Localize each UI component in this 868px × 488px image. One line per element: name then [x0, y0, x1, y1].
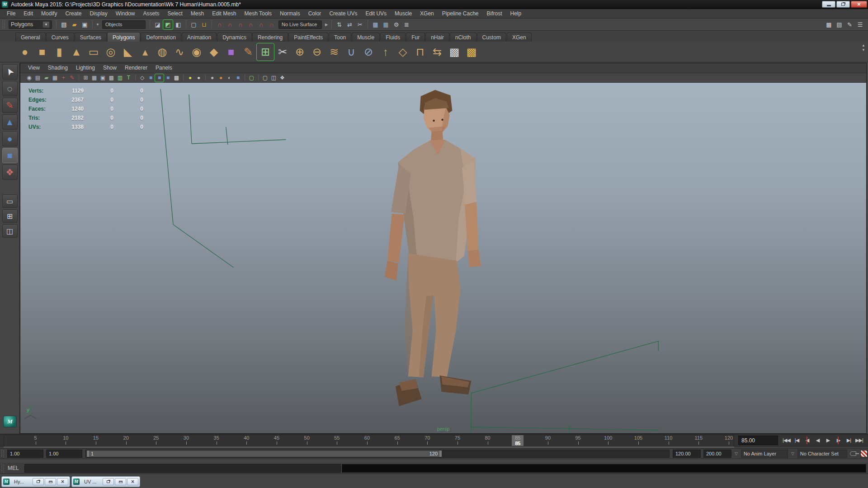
- shadows-icon[interactable]: ●: [208, 74, 217, 82]
- collapse-arrow-icon[interactable]: ▼: [95, 23, 100, 27]
- character-set-dropdown[interactable]: No Character Set: [797, 450, 847, 458]
- select-objects-icon[interactable]: ◩: [163, 20, 173, 29]
- poly-platonic-icon[interactable]: ◆: [205, 43, 222, 61]
- menu-item[interactable]: Edit: [19, 9, 37, 19]
- snap-curve-icon[interactable]: ∩: [225, 20, 235, 29]
- shelf-tab[interactable]: XGen: [507, 33, 532, 42]
- poly-soccer-ball-icon[interactable]: ◉: [188, 43, 205, 61]
- extrude-icon[interactable]: ↑: [377, 43, 394, 61]
- close-button[interactable]: ×: [57, 478, 68, 485]
- menu-item[interactable]: XGen: [416, 9, 438, 19]
- move-tool[interactable]: ▲: [2, 114, 18, 130]
- menu-item[interactable]: File: [3, 9, 19, 19]
- menu-item[interactable]: Window: [112, 9, 139, 19]
- menu-item[interactable]: Color: [304, 9, 326, 19]
- menu-item[interactable]: Modify: [37, 9, 61, 19]
- shelf-scroll-arrows[interactable]: ▲ ▼: [861, 43, 866, 52]
- render-view-icon[interactable]: ▦: [371, 20, 380, 29]
- play-forwards-button[interactable]: ▶: [823, 435, 833, 446]
- sculpt-geometry-icon[interactable]: ✎: [240, 43, 257, 61]
- selection-mask-field[interactable]: Objects: [102, 20, 146, 29]
- highlight-selection-icon[interactable]: ▢: [189, 20, 198, 29]
- menu-item[interactable]: Create: [61, 9, 85, 19]
- save-scene-icon[interactable]: ▣: [80, 20, 90, 29]
- shelf-tab[interactable]: Polygons: [107, 32, 140, 42]
- poly-cone-icon[interactable]: ▲: [68, 43, 85, 61]
- menu-item[interactable]: Help: [506, 9, 526, 19]
- field-chart-icon[interactable]: ▥: [116, 74, 124, 82]
- grease-pencil-icon[interactable]: ✎: [68, 74, 76, 82]
- minimized-window[interactable]: M UV ... ×: [71, 476, 140, 487]
- boolean-difference-icon[interactable]: ⊘: [360, 43, 377, 61]
- bridge-icon[interactable]: ⊓: [411, 43, 429, 61]
- xray-icon[interactable]: ▢: [261, 74, 269, 82]
- shelf-tab[interactable]: Dynamics: [217, 33, 252, 42]
- uv-checker-icon[interactable]: ▩: [446, 43, 463, 61]
- last-tool[interactable]: ❖: [2, 164, 18, 180]
- lock-selection-icon[interactable]: ⊔: [199, 20, 209, 29]
- playback-end-field[interactable]: 120.00: [673, 450, 701, 458]
- shaded-mode-icon[interactable]: ■: [146, 74, 155, 82]
- film-gate-icon[interactable]: ▦: [90, 74, 99, 82]
- mel-input-field[interactable]: [24, 464, 341, 473]
- poly-cylinder-icon[interactable]: ▮: [51, 43, 68, 61]
- output-connections-icon[interactable]: ⇄: [345, 20, 354, 29]
- multi-cut-icon[interactable]: ✂: [274, 43, 291, 61]
- minimized-window[interactable]: M Hy... ×: [1, 476, 70, 487]
- bevel-icon[interactable]: ◇: [394, 43, 411, 61]
- menu-item[interactable]: Mesh: [187, 9, 208, 19]
- rotate-tool[interactable]: ●: [2, 131, 18, 146]
- scale-tool[interactable]: ■: [2, 148, 18, 163]
- shaded-textured-icon[interactable]: ■: [155, 74, 164, 82]
- menu-item[interactable]: Edit Mesh: [208, 9, 240, 19]
- boolean-union-icon[interactable]: ∪: [343, 43, 360, 61]
- paint-select-tool[interactable]: ✎: [2, 98, 18, 113]
- go-to-end-button[interactable]: ▶▶|: [854, 435, 864, 446]
- range-end-handle[interactable]: [439, 450, 442, 457]
- restore-button[interactable]: [33, 478, 44, 485]
- snap-grid-icon[interactable]: ∩: [215, 20, 224, 29]
- use-all-lights-icon[interactable]: ▩: [172, 74, 181, 82]
- hypershade-icon[interactable]: ≣: [402, 20, 411, 29]
- four-pane-layout-button[interactable]: ⊞: [2, 209, 18, 223]
- menu-item[interactable]: Edit UVs: [361, 9, 391, 19]
- toggle-tool-settings-icon[interactable]: ✎: [845, 20, 854, 29]
- single-pane-layout-button[interactable]: ▭: [2, 194, 18, 208]
- texture-checker-icon[interactable]: ▩: [463, 43, 480, 61]
- shelf-tab[interactable]: Curves: [46, 33, 74, 42]
- menu-item[interactable]: Pipeline Cache: [438, 9, 483, 19]
- new-scene-icon[interactable]: ▤: [59, 20, 69, 29]
- xray-joints-icon[interactable]: ◫: [269, 74, 278, 82]
- camera-select-icon[interactable]: ◉: [25, 74, 33, 82]
- input-connections-icon[interactable]: ⇅: [335, 20, 344, 29]
- depth-of-field-icon[interactable]: ■: [234, 74, 242, 82]
- safe-title-icon[interactable]: T: [124, 74, 133, 82]
- snap-projected-center-icon[interactable]: ∩: [246, 20, 255, 29]
- mirror-geometry-icon[interactable]: ⇆: [429, 43, 446, 61]
- play-backwards-button[interactable]: ◀: [812, 435, 823, 446]
- go-to-start-button[interactable]: |◀◀: [781, 435, 792, 446]
- step-forward-key-button[interactable]: ▶: [833, 435, 844, 446]
- panel-menu-item[interactable]: Panels: [151, 63, 176, 73]
- all-lights-icon[interactable]: ●: [194, 74, 203, 82]
- wire-on-shaded-icon[interactable]: ❖: [278, 74, 287, 82]
- animation-start-field[interactable]: 1.00: [46, 450, 82, 458]
- toggle-modeling-toolkit-icon[interactable]: ▩: [824, 20, 834, 29]
- menu-item[interactable]: Display: [85, 9, 111, 19]
- two-d-pan-zoom-icon[interactable]: +: [59, 74, 68, 82]
- combine-icon[interactable]: ⊕: [291, 43, 308, 61]
- menu-item[interactable]: Bifrost: [483, 9, 506, 19]
- shelf-tab[interactable]: Muscle: [352, 33, 380, 42]
- resolution-gate-icon[interactable]: ▣: [99, 74, 107, 82]
- live-surface-field[interactable]: No Live Surface: [278, 20, 322, 29]
- step-back-frame-button[interactable]: |◀: [792, 435, 802, 446]
- outliner-persp-layout-button[interactable]: ◫: [2, 224, 18, 238]
- bookmark-icon[interactable]: ▰: [42, 74, 51, 82]
- minimize-button[interactable]: [822, 1, 835, 8]
- command-line-grip[interactable]: [1, 464, 5, 472]
- shelf-tab[interactable]: nCloth: [450, 33, 476, 42]
- step-back-key-button[interactable]: ◀: [802, 435, 812, 446]
- panel-menu-item[interactable]: View: [24, 63, 44, 73]
- quad-draw-icon[interactable]: ⊞: [257, 43, 274, 61]
- menu-item[interactable]: Assets: [139, 9, 163, 19]
